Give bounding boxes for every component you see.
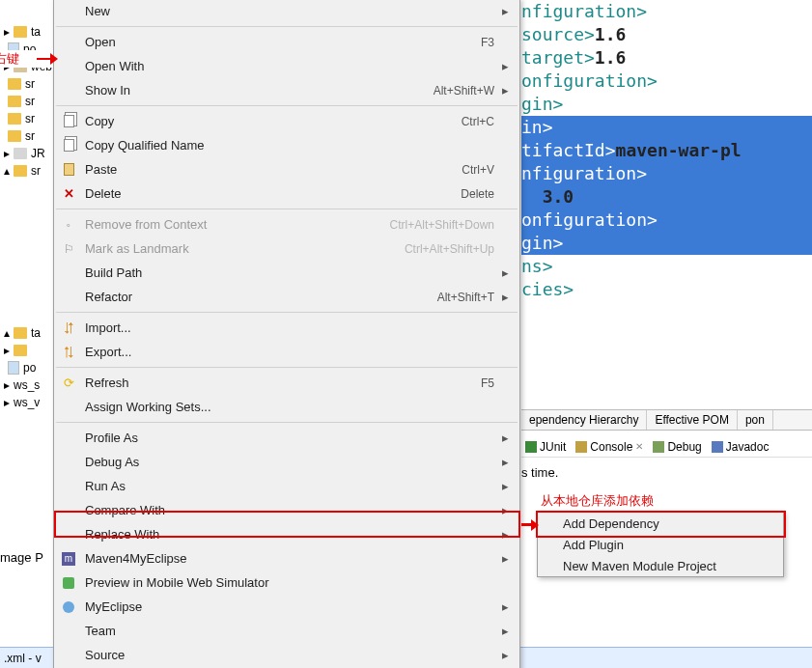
menu-assign-working-sets[interactable]: Assign Working Sets...	[54, 395, 519, 419]
menu-separator	[56, 312, 518, 313]
menu-label: Import...	[85, 320, 494, 335]
menu-label: Profile As	[85, 431, 494, 445]
view-console[interactable]: Console✕	[575, 440, 643, 454]
annotation-add-dep: 从本地仓库添加依赖	[541, 492, 654, 510]
submenu-arrow-icon: ▸	[500, 599, 510, 614]
view-junit[interactable]: JUnit	[525, 440, 566, 454]
close-icon[interactable]: ✕	[635, 441, 643, 452]
menu-open-with[interactable]: Open With▸	[54, 54, 519, 78]
menu-debug-as[interactable]: Debug As▸	[54, 450, 519, 474]
image-pane-label: mage P	[0, 550, 43, 565]
tree-row[interactable]: po	[0, 359, 57, 376]
project-tree[interactable]: ▸ta pom.xml右键 po ▸web sr sr sr sr ▸JR ▴s…	[0, 0, 58, 668]
menu-copy-qualified-name[interactable]: Copy Qualified Name	[54, 133, 519, 157]
tree-row[interactable]: sr	[0, 75, 57, 93]
menu-label: Paste	[85, 162, 462, 177]
menu-team[interactable]: Team▸	[54, 619, 519, 643]
menu-label: Preview in Mobile Web Simulator	[85, 575, 494, 590]
submenu-arrow-icon: ▸	[500, 648, 510, 662]
menu-delete[interactable]: ✕DeleteDelete	[54, 181, 519, 206]
tab-dep-hierarchy[interactable]: ependency Hierarchy	[521, 410, 647, 430]
blank-icon	[60, 455, 77, 470]
editor-subtabs[interactable]: ependency Hierarchy Effective POM pon	[521, 409, 812, 431]
blank-icon	[60, 290, 77, 305]
menu-build-path[interactable]: Build Path▸	[54, 261, 519, 285]
menu-compare-with[interactable]: Compare With▸	[54, 498, 519, 522]
menu-open[interactable]: OpenF3	[54, 30, 519, 54]
menu-shortcut: Ctrl+V	[462, 163, 494, 177]
menu-shortcut: F5	[481, 376, 494, 390]
menu-refactor[interactable]: RefactorAlt+Shift+T▸	[54, 285, 519, 309]
tree-row[interactable]: ▴ta	[0, 324, 57, 342]
menu-new[interactable]: New▸	[54, 0, 519, 23]
menu-label: Copy	[85, 114, 462, 128]
submenu-arrow-icon: ▸	[500, 4, 510, 18]
view-label: JUnit	[540, 440, 566, 454]
copy-icon	[60, 138, 77, 153]
menu-shortcut: Ctrl+Alt+Shift+Up	[405, 242, 494, 256]
menu-export[interactable]: ⮁Export...	[54, 340, 519, 364]
submenu-arrow-icon: ▸	[500, 431, 510, 445]
menu-import[interactable]: ⮃Import...	[54, 316, 519, 340]
submenu-arrow-icon: ▸	[500, 83, 510, 97]
submenu-label: Add Dependency	[563, 516, 773, 531]
blank-icon	[60, 400, 77, 415]
menu-label: Maven4MyEclipse	[85, 551, 494, 566]
blank-icon	[60, 265, 77, 281]
menu-show-in[interactable]: Show InAlt+Shift+W▸	[54, 78, 519, 102]
blank-icon	[60, 431, 77, 446]
tree-row[interactable]: sr	[0, 110, 57, 127]
menu-paste[interactable]: PasteCtrl+V	[54, 157, 519, 181]
context-submenu[interactable]: Add DependencyAdd PluginNew Maven Module…	[537, 512, 784, 577]
menu-copy[interactable]: CopyCtrl+C	[54, 109, 519, 133]
submenu-add-plugin[interactable]: Add Plugin	[538, 534, 783, 555]
submenu-label: Add Plugin	[563, 538, 773, 552]
menu-shortcut: F3	[481, 36, 494, 49]
tab-pom[interactable]: pon	[738, 410, 773, 430]
blank-icon	[60, 35, 77, 50]
submenu-new-maven-module-project[interactable]: New Maven Module Project	[538, 555, 783, 576]
submenu-arrow-icon: ▸	[500, 527, 510, 542]
menu-run-as[interactable]: Run As▸	[54, 474, 519, 498]
tree-row[interactable]: ▸ws_v	[0, 394, 57, 411]
rem-icon: ◦	[60, 217, 77, 233]
menu-separator	[56, 209, 518, 209]
tree-row[interactable]: ▸ws_s	[0, 376, 57, 394]
view-label: Debug	[667, 440, 701, 454]
menu-replace-with[interactable]: Replace With▸	[54, 522, 519, 546]
menu-myeclipse[interactable]: MyEclipse▸	[54, 595, 519, 619]
menu-shortcut: Ctrl+C	[462, 115, 494, 128]
tree-row[interactable]: sr	[0, 127, 57, 145]
code-editor[interactable]: nfiguration>source>1.6target>1.6onfigura…	[521, 0, 812, 301]
menu-profile-as[interactable]: Profile As▸	[54, 426, 519, 450]
menu-separator	[56, 367, 518, 368]
context-menu[interactable]: New▸OpenF3Open With▸Show InAlt+Shift+W▸C…	[53, 0, 520, 668]
menu-label: Delete	[85, 186, 461, 201]
menu-maven4myeclipse[interactable]: mMaven4MyEclipse▸	[54, 546, 519, 571]
menu-label: Refactor	[85, 290, 437, 304]
menu-label: Show In	[85, 83, 434, 97]
submenu-add-dependency[interactable]: Add Dependency	[538, 513, 783, 534]
menu-preview-in-mobile-web-simulator[interactable]: Preview in Mobile Web Simulator	[54, 571, 519, 595]
submenu-arrow-icon: ▸	[500, 551, 510, 566]
blank-icon	[60, 503, 77, 518]
menu-refresh[interactable]: ⟳RefreshF5	[54, 371, 519, 395]
menu-source[interactable]: Source▸	[54, 643, 519, 667]
tree-row[interactable]: ▸	[0, 342, 57, 359]
menu-label: Debug As	[85, 455, 494, 469]
menu-label: New	[85, 4, 494, 18]
red-arrow-icon	[37, 39, 60, 77]
blank-icon	[60, 4, 77, 19]
tree-row[interactable]: sr	[0, 93, 57, 110]
tab-effective-pom[interactable]: Effective POM	[647, 410, 737, 430]
submenu-arrow-icon: ▸	[500, 503, 510, 517]
views-bar[interactable]: JUnitConsole✕DebugJavadoc	[521, 436, 812, 458]
menu-label: Replace With	[85, 527, 494, 542]
menu-label: Team	[85, 624, 494, 638]
del-icon: ✕	[60, 186, 77, 202]
view-debug[interactable]: Debug	[653, 440, 701, 454]
view-javadoc[interactable]: Javadoc	[712, 440, 770, 454]
tree-row[interactable]: ▴sr	[0, 162, 57, 180]
menu-label: Export...	[85, 345, 494, 359]
tree-row[interactable]: ▸JR	[0, 145, 57, 162]
